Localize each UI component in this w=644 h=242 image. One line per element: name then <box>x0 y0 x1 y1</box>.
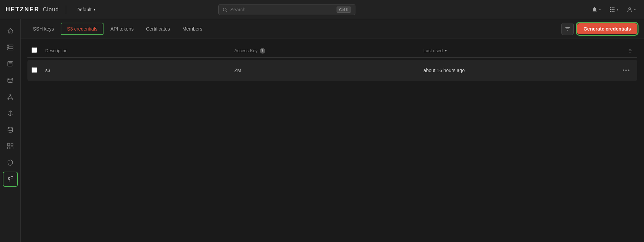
header-description: Description <box>45 48 234 53</box>
header-checkbox-col <box>32 47 45 54</box>
project-label: Default <box>76 7 92 12</box>
tab-certificates[interactable]: Certificates <box>141 23 175 34</box>
sidebar-item-load-balancers[interactable] <box>3 106 18 121</box>
apps-button[interactable]: ▾ <box>606 4 621 15</box>
sidebar-item-placement-groups[interactable] <box>3 139 18 154</box>
row-actions-col: ••• <box>612 66 633 75</box>
sidebar-item-object-storage[interactable] <box>3 73 18 88</box>
sidebar-item-home[interactable] <box>3 23 18 38</box>
svg-rect-9 <box>612 11 613 12</box>
table-row: s3 ZM about 16 hours ago ••• <box>27 60 637 81</box>
sidebar-item-networks[interactable] <box>3 89 18 104</box>
svg-rect-13 <box>7 47 13 48</box>
row-checkbox-col <box>32 67 45 74</box>
project-selector[interactable]: Default ▾ <box>73 5 99 14</box>
svg-line-22 <box>8 95 10 98</box>
svg-rect-29 <box>11 147 13 149</box>
svg-rect-10 <box>613 11 615 12</box>
brand-name: HETZNER <box>5 6 39 13</box>
tab-members[interactable]: Members <box>177 23 208 34</box>
svg-point-16 <box>8 47 9 48</box>
svg-rect-6 <box>612 9 613 10</box>
svg-point-25 <box>8 127 12 129</box>
access-key-info-icon[interactable]: ? <box>260 48 265 54</box>
tabs-actions: Generate credentials <box>561 23 637 35</box>
row-access-key: ZM <box>234 68 424 73</box>
table-header: Description Access Key ? Last used ▾ <box>27 44 637 58</box>
tab-api-tokens[interactable]: API tokens <box>105 23 139 34</box>
svg-rect-4 <box>613 7 615 8</box>
sidebar-item-volumes[interactable] <box>3 56 18 71</box>
notifications-button[interactable]: ▾ <box>589 4 604 15</box>
chevron-down-icon: ▾ <box>94 8 95 11</box>
top-navigation: HETZNER Cloud Default ▾ Ctrl K ▾ <box>0 0 644 19</box>
svg-line-23 <box>10 95 12 98</box>
svg-point-30 <box>8 177 10 179</box>
chevron-down-icon: ▾ <box>599 8 601 11</box>
svg-rect-12 <box>7 45 13 46</box>
sidebar-item-managed-databases[interactable] <box>3 122 18 137</box>
svg-rect-3 <box>612 7 613 8</box>
svg-point-18 <box>8 78 13 80</box>
search-bar: Ctrl K <box>218 4 355 15</box>
brand-product: Cloud <box>43 7 59 13</box>
row-description: s3 <box>45 68 234 73</box>
svg-rect-27 <box>11 143 13 146</box>
sidebar-item-servers[interactable] <box>3 40 18 55</box>
tab-ssh-keys[interactable]: SSH keys <box>27 23 59 34</box>
select-all-checkbox[interactable] <box>32 47 37 53</box>
svg-rect-14 <box>7 49 13 50</box>
filter-button[interactable] <box>561 23 574 35</box>
row-menu-button[interactable]: ••• <box>620 66 633 75</box>
user-menu-button[interactable]: ▾ <box>624 4 639 15</box>
sidebar-item-firewalls[interactable] <box>3 155 18 170</box>
chevron-down-icon: ▾ <box>634 8 636 11</box>
header-access-key: Access Key ? <box>234 48 424 54</box>
credentials-table: Description Access Key ? Last used ▾ <box>21 38 644 242</box>
search-shortcut: Ctrl K <box>337 7 351 13</box>
svg-rect-8 <box>610 11 611 12</box>
brand-logo: HETZNER Cloud <box>5 6 59 13</box>
chevron-down-icon: ▾ <box>617 8 618 11</box>
row-last-used: about 16 hours ago <box>423 68 612 73</box>
tab-s3-credentials[interactable]: S3 credentials <box>61 23 104 35</box>
header-last-used[interactable]: Last used ▾ <box>423 48 612 53</box>
svg-rect-7 <box>613 9 615 10</box>
tabs-bar: SSH keys S3 credentials API tokens Certi… <box>21 19 644 38</box>
svg-point-11 <box>629 8 631 10</box>
svg-line-1 <box>226 11 227 12</box>
svg-rect-5 <box>610 9 611 10</box>
sort-icon: ▾ <box>445 48 447 53</box>
svg-rect-26 <box>7 143 10 146</box>
svg-point-15 <box>8 45 9 46</box>
svg-point-19 <box>10 94 11 95</box>
sidebar <box>0 19 21 242</box>
header-actions-col <box>612 48 633 54</box>
generate-credentials-button[interactable]: Generate credentials <box>577 23 637 34</box>
search-icon <box>223 7 228 12</box>
main-content: SSH keys S3 credentials API tokens Certi… <box>21 19 644 242</box>
search-input[interactable] <box>230 7 334 12</box>
nav-divider <box>66 5 66 14</box>
svg-rect-2 <box>610 7 611 8</box>
sidebar-item-security[interactable] <box>3 172 18 187</box>
row-checkbox[interactable] <box>32 67 37 73</box>
svg-rect-28 <box>7 147 10 149</box>
nav-right-actions: ▾ ▾ ▾ <box>589 4 639 15</box>
